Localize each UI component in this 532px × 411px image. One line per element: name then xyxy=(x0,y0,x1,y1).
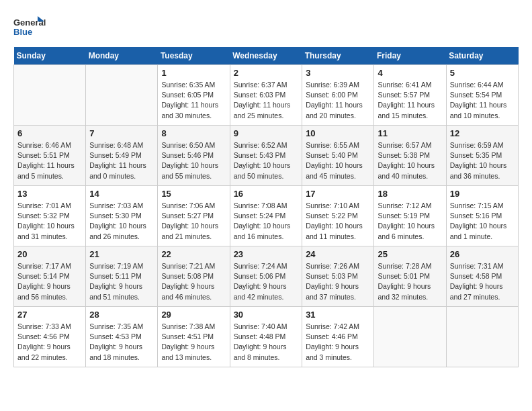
calendar-cell xyxy=(446,307,518,367)
day-number: 20 xyxy=(17,249,82,259)
calendar-cell xyxy=(14,65,86,126)
day-number: 24 xyxy=(306,249,370,259)
day-info: Sunrise: 6:39 AM Sunset: 6:00 PM Dayligh… xyxy=(306,80,370,121)
day-info: Sunrise: 7:17 AM Sunset: 5:14 PM Dayligh… xyxy=(17,261,82,302)
day-info: Sunrise: 6:48 AM Sunset: 5:49 PM Dayligh… xyxy=(89,140,154,181)
day-number: 16 xyxy=(234,189,299,199)
calendar-cell: 25Sunrise: 7:28 AM Sunset: 5:01 PM Dayli… xyxy=(374,246,446,307)
day-info: Sunrise: 6:52 AM Sunset: 5:43 PM Dayligh… xyxy=(234,140,299,181)
day-info: Sunrise: 7:19 AM Sunset: 5:11 PM Dayligh… xyxy=(89,261,154,302)
weekday-header-friday: Friday xyxy=(374,47,446,65)
day-info: Sunrise: 7:03 AM Sunset: 5:30 PM Dayligh… xyxy=(89,201,154,242)
day-number: 14 xyxy=(89,189,154,199)
calendar-cell: 23Sunrise: 7:24 AM Sunset: 5:06 PM Dayli… xyxy=(230,246,302,307)
calendar-cell: 1Sunrise: 6:35 AM Sunset: 6:05 PM Daylig… xyxy=(158,65,230,126)
calendar-week-5: 27Sunrise: 7:33 AM Sunset: 4:56 PM Dayli… xyxy=(14,307,519,367)
calendar-cell: 27Sunrise: 7:33 AM Sunset: 4:56 PM Dayli… xyxy=(14,307,86,367)
calendar-cell: 26Sunrise: 7:31 AM Sunset: 4:58 PM Dayli… xyxy=(446,246,518,307)
day-info: Sunrise: 7:12 AM Sunset: 5:19 PM Dayligh… xyxy=(378,201,442,242)
day-number: 21 xyxy=(89,249,154,259)
calendar-cell: 14Sunrise: 7:03 AM Sunset: 5:30 PM Dayli… xyxy=(86,186,158,246)
weekday-header-monday: Monday xyxy=(86,47,158,65)
day-number: 29 xyxy=(161,310,226,320)
day-info: Sunrise: 7:40 AM Sunset: 4:48 PM Dayligh… xyxy=(234,322,299,363)
day-number: 3 xyxy=(306,68,370,78)
day-info: Sunrise: 7:42 AM Sunset: 4:46 PM Dayligh… xyxy=(306,322,370,363)
calendar-cell: 19Sunrise: 7:15 AM Sunset: 5:16 PM Dayli… xyxy=(446,186,518,246)
day-info: Sunrise: 7:08 AM Sunset: 5:24 PM Dayligh… xyxy=(234,201,299,242)
day-number: 22 xyxy=(161,249,226,259)
calendar-cell: 4Sunrise: 6:41 AM Sunset: 5:57 PM Daylig… xyxy=(374,65,446,126)
day-number: 6 xyxy=(17,128,82,138)
day-info: Sunrise: 7:26 AM Sunset: 5:03 PM Dayligh… xyxy=(306,261,370,302)
weekday-header-sunday: Sunday xyxy=(14,47,86,65)
day-number: 12 xyxy=(450,128,515,138)
day-number: 30 xyxy=(234,310,299,320)
calendar-cell: 22Sunrise: 7:21 AM Sunset: 5:08 PM Dayli… xyxy=(158,246,230,307)
calendar-cell: 7Sunrise: 6:48 AM Sunset: 5:49 PM Daylig… xyxy=(86,126,158,186)
calendar-cell: 31Sunrise: 7:42 AM Sunset: 4:46 PM Dayli… xyxy=(302,307,374,367)
day-number: 13 xyxy=(17,189,82,199)
day-info: Sunrise: 7:10 AM Sunset: 5:22 PM Dayligh… xyxy=(306,201,370,242)
day-number: 25 xyxy=(378,249,442,259)
day-number: 23 xyxy=(234,249,299,259)
day-info: Sunrise: 7:31 AM Sunset: 4:58 PM Dayligh… xyxy=(450,261,515,302)
day-number: 5 xyxy=(450,68,515,78)
day-number: 7 xyxy=(89,128,154,138)
weekday-header-saturday: Saturday xyxy=(446,47,518,65)
calendar-cell: 17Sunrise: 7:10 AM Sunset: 5:22 PM Dayli… xyxy=(302,186,374,246)
calendar-cell: 10Sunrise: 6:55 AM Sunset: 5:40 PM Dayli… xyxy=(302,126,374,186)
svg-text:Blue: Blue xyxy=(13,27,32,37)
calendar-cell: 9Sunrise: 6:52 AM Sunset: 5:43 PM Daylig… xyxy=(230,126,302,186)
day-number: 10 xyxy=(306,128,370,138)
calendar-cell: 6Sunrise: 6:46 AM Sunset: 5:51 PM Daylig… xyxy=(14,126,86,186)
day-info: Sunrise: 7:01 AM Sunset: 5:32 PM Dayligh… xyxy=(17,201,82,242)
day-number: 4 xyxy=(378,68,442,78)
day-number: 17 xyxy=(306,189,370,199)
calendar-cell: 21Sunrise: 7:19 AM Sunset: 5:11 PM Dayli… xyxy=(86,246,158,307)
day-info: Sunrise: 6:46 AM Sunset: 5:51 PM Dayligh… xyxy=(17,140,82,181)
day-info: Sunrise: 6:57 AM Sunset: 5:38 PM Dayligh… xyxy=(378,140,442,181)
day-number: 19 xyxy=(450,189,515,199)
weekday-header-tuesday: Tuesday xyxy=(158,47,230,65)
calendar-cell xyxy=(86,65,158,126)
calendar-cell: 28Sunrise: 7:35 AM Sunset: 4:53 PM Dayli… xyxy=(86,307,158,367)
calendar-cell: 15Sunrise: 7:06 AM Sunset: 5:27 PM Dayli… xyxy=(158,186,230,246)
day-info: Sunrise: 6:55 AM Sunset: 5:40 PM Dayligh… xyxy=(306,140,370,181)
day-number: 9 xyxy=(234,128,299,138)
page-header: GeneralBlue xyxy=(13,13,519,40)
day-number: 28 xyxy=(89,310,154,320)
calendar-cell: 13Sunrise: 7:01 AM Sunset: 5:32 PM Dayli… xyxy=(14,186,86,246)
day-info: Sunrise: 6:41 AM Sunset: 5:57 PM Dayligh… xyxy=(378,80,442,121)
calendar-cell: 3Sunrise: 6:39 AM Sunset: 6:00 PM Daylig… xyxy=(302,65,374,126)
day-info: Sunrise: 6:50 AM Sunset: 5:46 PM Dayligh… xyxy=(161,140,226,181)
logo-svg: GeneralBlue xyxy=(13,13,47,40)
calendar-cell: 5Sunrise: 6:44 AM Sunset: 5:54 PM Daylig… xyxy=(446,65,518,126)
calendar-table: SundayMondayTuesdayWednesdayThursdayFrid… xyxy=(13,47,519,367)
logo: GeneralBlue xyxy=(13,13,47,40)
day-info: Sunrise: 6:35 AM Sunset: 6:05 PM Dayligh… xyxy=(161,80,226,121)
calendar-cell: 20Sunrise: 7:17 AM Sunset: 5:14 PM Dayli… xyxy=(14,246,86,307)
calendar-cell: 12Sunrise: 6:59 AM Sunset: 5:35 PM Dayli… xyxy=(446,126,518,186)
calendar-week-3: 13Sunrise: 7:01 AM Sunset: 5:32 PM Dayli… xyxy=(14,186,519,246)
calendar-cell: 2Sunrise: 6:37 AM Sunset: 6:03 PM Daylig… xyxy=(230,65,302,126)
day-number: 11 xyxy=(378,128,442,138)
day-info: Sunrise: 6:59 AM Sunset: 5:35 PM Dayligh… xyxy=(450,140,515,181)
day-number: 18 xyxy=(378,189,442,199)
calendar-cell: 11Sunrise: 6:57 AM Sunset: 5:38 PM Dayli… xyxy=(374,126,446,186)
day-number: 2 xyxy=(234,68,299,78)
weekday-header-row: SundayMondayTuesdayWednesdayThursdayFrid… xyxy=(14,47,519,65)
calendar-cell: 30Sunrise: 7:40 AM Sunset: 4:48 PM Dayli… xyxy=(230,307,302,367)
calendar-cell: 24Sunrise: 7:26 AM Sunset: 5:03 PM Dayli… xyxy=(302,246,374,307)
day-info: Sunrise: 7:06 AM Sunset: 5:27 PM Dayligh… xyxy=(161,201,226,242)
day-number: 26 xyxy=(450,249,515,259)
weekday-header-thursday: Thursday xyxy=(302,47,374,65)
day-info: Sunrise: 7:28 AM Sunset: 5:01 PM Dayligh… xyxy=(378,261,442,302)
day-info: Sunrise: 7:21 AM Sunset: 5:08 PM Dayligh… xyxy=(161,261,226,302)
day-number: 15 xyxy=(161,189,226,199)
day-info: Sunrise: 7:35 AM Sunset: 4:53 PM Dayligh… xyxy=(89,322,154,363)
calendar-week-1: 1Sunrise: 6:35 AM Sunset: 6:05 PM Daylig… xyxy=(14,65,519,126)
calendar-cell: 18Sunrise: 7:12 AM Sunset: 5:19 PM Dayli… xyxy=(374,186,446,246)
day-info: Sunrise: 7:15 AM Sunset: 5:16 PM Dayligh… xyxy=(450,201,515,242)
day-number: 1 xyxy=(161,68,226,78)
